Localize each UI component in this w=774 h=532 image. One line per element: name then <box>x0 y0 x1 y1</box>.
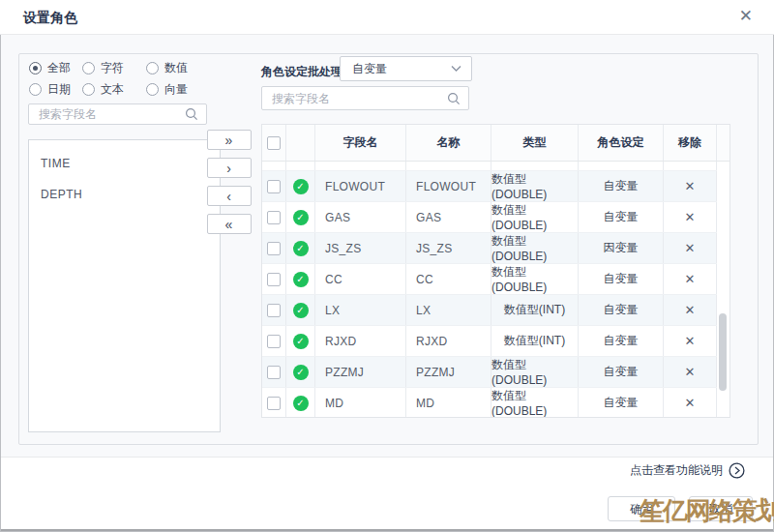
table-search-box <box>261 86 469 110</box>
table-row: ✓JS_ZSJS_ZS数值型(DOUBLE)因变量✕ <box>262 233 717 264</box>
dialog-title: 设置角色 <box>23 0 77 35</box>
row-checkbox-cell <box>262 171 286 201</box>
header-status-cell <box>286 125 315 161</box>
chevron-down-icon <box>451 66 461 73</box>
partial-scrolled-row <box>262 162 717 171</box>
set-role-dialog: 设置角色 ✕ 全部字符数值日期文本向量 TIMEDEPTH »›‹« 角色设定批… <box>0 0 774 532</box>
move-all-right-button[interactable]: » <box>207 130 252 150</box>
type-filter-group: 全部字符数值日期文本向量 <box>29 60 214 98</box>
type-cell: 数值型(DOUBLE) <box>491 357 579 387</box>
remove-icon[interactable]: ✕ <box>685 179 696 193</box>
header-checkbox-cell <box>262 125 286 161</box>
list-item[interactable]: DEPTH <box>29 179 220 210</box>
row-checkbox-cell <box>262 295 286 325</box>
header-type: 类型 <box>491 125 579 161</box>
remove-icon[interactable]: ✕ <box>685 303 696 317</box>
radio-option[interactable]: 字符 <box>82 60 146 76</box>
close-icon[interactable]: ✕ <box>739 7 753 26</box>
radio-icon <box>146 62 159 74</box>
help-link[interactable]: 点击查看功能说明 <box>630 462 745 479</box>
selected-check-icon: ✓ <box>293 396 309 411</box>
radio-icon <box>29 83 42 96</box>
row-checkbox-cell <box>262 202 286 232</box>
row-checkbox-cell <box>262 326 286 356</box>
dialog-body: 全部字符数值日期文本向量 TIMEDEPTH »›‹« 角色设定批处理 自变量 <box>1 35 773 457</box>
display-name-cell: JS_ZS <box>406 233 491 263</box>
radio-option[interactable]: 日期 <box>29 81 82 98</box>
row-checkbox[interactable] <box>267 304 281 317</box>
batch-role-dropdown[interactable]: 自变量 <box>340 56 472 81</box>
table-header-row: 字段名 名称 类型 角色设定 移除 <box>262 125 729 162</box>
radio-option[interactable]: 数值 <box>146 60 214 76</box>
field-name-cell: JS_ZS <box>315 233 406 263</box>
available-fields-list: TIMEDEPTH <box>28 139 221 432</box>
row-status-cell: ✓ <box>286 326 315 356</box>
radio-option[interactable]: 文本 <box>82 81 146 98</box>
remove-icon[interactable]: ✕ <box>685 241 696 255</box>
field-name-cell: RJXD <box>315 326 406 356</box>
remove-icon[interactable]: ✕ <box>685 272 696 286</box>
row-checkbox[interactable] <box>267 180 281 193</box>
radio-label: 日期 <box>47 81 71 98</box>
field-name-cell: PZZMJ <box>315 357 406 387</box>
row-checkbox[interactable] <box>267 397 281 410</box>
move-right-button[interactable]: › <box>207 158 252 178</box>
role-cell: 自变量 <box>579 326 664 356</box>
row-status-cell: ✓ <box>286 357 315 387</box>
table-scrollbar-thumb[interactable] <box>719 313 727 391</box>
radio-option[interactable]: 向量 <box>146 81 214 98</box>
dialog-titlebar: 设置角色 ✕ <box>0 0 774 35</box>
radio-icon <box>82 83 95 96</box>
remove-cell: ✕ <box>664 202 717 232</box>
select-all-checkbox[interactable] <box>267 136 281 150</box>
display-name-cell: RJXD <box>406 326 491 356</box>
row-status-cell: ✓ <box>286 388 315 418</box>
selected-check-icon: ✓ <box>293 334 309 349</box>
row-checkbox[interactable] <box>267 211 281 224</box>
role-cell: 自变量 <box>579 264 664 294</box>
radio-icon <box>29 62 42 74</box>
radio-label: 文本 <box>101 81 124 98</box>
row-checkbox[interactable] <box>267 366 281 379</box>
radio-icon <box>82 62 95 74</box>
remove-cell: ✕ <box>664 295 717 325</box>
remove-icon[interactable]: ✕ <box>685 210 696 224</box>
remove-icon[interactable]: ✕ <box>685 396 696 410</box>
field-name-cell: FLOWOUT <box>315 171 406 201</box>
header-field: 字段名 <box>315 125 406 161</box>
list-item[interactable]: TIME <box>29 148 220 179</box>
table-row: ✓PZZMJPZZMJ数值型(DOUBLE)自变量✕ <box>262 357 717 388</box>
remove-cell: ✕ <box>664 388 717 418</box>
table-search-input[interactable] <box>262 87 468 109</box>
field-name-cell: GAS <box>315 202 406 232</box>
table-body: ✓FLOWOUTFLOWOUT数值型(DOUBLE)自变量✕✓GASGAS数值型… <box>262 162 729 418</box>
role-cell: 自变量 <box>579 171 664 201</box>
type-cell: 数值型(DOUBLE) <box>491 202 579 232</box>
row-status-cell: ✓ <box>286 233 315 263</box>
header-name: 名称 <box>406 125 491 161</box>
remove-icon[interactable]: ✕ <box>685 334 696 348</box>
row-checkbox[interactable] <box>267 273 281 286</box>
row-checkbox[interactable] <box>267 242 281 255</box>
display-name-cell: PZZMJ <box>406 357 491 387</box>
dropdown-value: 自变量 <box>352 57 387 80</box>
selected-check-icon: ✓ <box>293 241 309 256</box>
table-row: ✓MDMD数值型(DOUBLE)自变量✕ <box>262 388 717 418</box>
type-cell: 数值型(DOUBLE) <box>491 171 579 201</box>
selected-check-icon: ✓ <box>293 303 309 318</box>
table-row: ✓LXLX数值型(INT)自变量✕ <box>262 295 717 326</box>
table-row: ✓RJXDRJXD数值型(INT)自变量✕ <box>262 326 717 357</box>
remove-cell: ✕ <box>664 357 717 387</box>
radio-option[interactable]: 全部 <box>29 60 82 76</box>
move-left-button[interactable]: ‹ <box>207 186 252 206</box>
field-name-cell: LX <box>315 295 406 325</box>
remove-icon[interactable]: ✕ <box>685 365 696 379</box>
move-all-left-button[interactable]: « <box>207 214 252 234</box>
row-status-cell: ✓ <box>286 264 315 294</box>
display-name-cell: CC <box>406 264 491 294</box>
table-row: ✓CCCC数值型(DOUBLE)自变量✕ <box>262 264 717 295</box>
row-checkbox[interactable] <box>267 335 281 348</box>
left-search-input[interactable] <box>29 104 206 124</box>
table-row: ✓FLOWOUTFLOWOUT数值型(DOUBLE)自变量✕ <box>262 171 717 202</box>
table-row: ✓GASGAS数值型(DOUBLE)自变量✕ <box>262 202 717 233</box>
